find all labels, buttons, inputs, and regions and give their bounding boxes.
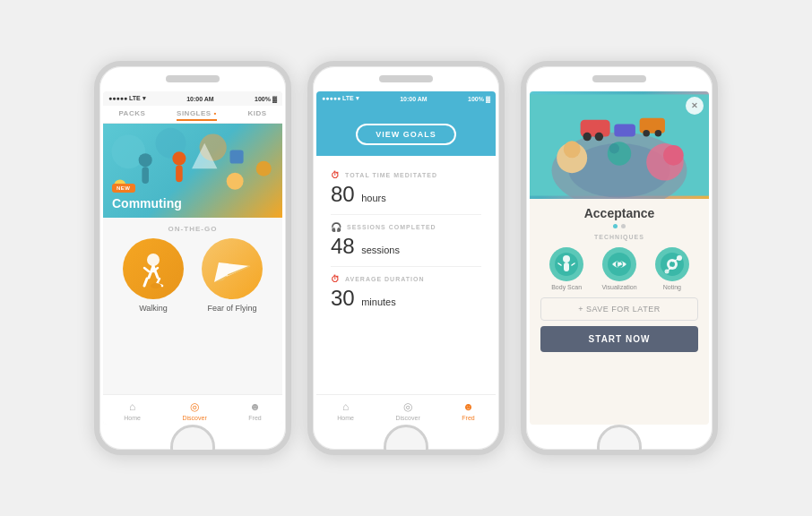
save-later-button[interactable]: + SAVE FOR LATER <box>540 297 698 321</box>
svg-rect-6 <box>176 165 183 182</box>
stat-total-time: ⏱ TOTAL TIME MEDITATED 80 hours <box>331 163 481 215</box>
phone1-nav-tabs: PACKS SINGLES • KIDS <box>103 106 282 124</box>
svg-point-26 <box>583 133 591 141</box>
svg-point-35 <box>663 145 684 166</box>
tab-kids[interactable]: KIDS <box>247 109 266 121</box>
svg-point-37 <box>609 143 619 153</box>
svg-point-13 <box>147 254 160 266</box>
time: 10:00 AM <box>186 96 213 102</box>
discover-icon: ◎ <box>190 400 199 413</box>
svg-point-30 <box>643 130 650 137</box>
stat-total-label: ⏱ TOTAL TIME MEDITATED <box>331 170 481 180</box>
view-goals-button[interactable]: VIEW GOALS <box>356 124 456 145</box>
tab-singles[interactable]: SINGLES • <box>177 109 217 121</box>
dot-1 <box>613 224 618 228</box>
section-label: ON-THE-GO <box>103 218 282 238</box>
tab-home-2[interactable]: ⌂ Home <box>337 400 354 421</box>
dots-indicator <box>540 224 698 228</box>
home-label: Home <box>337 415 354 421</box>
svg-point-27 <box>595 133 603 141</box>
cards-row: Walking Fear of Flying <box>103 238 282 313</box>
visualization-circle <box>602 247 636 281</box>
card-flying[interactable]: Fear of Flying <box>202 238 263 313</box>
signal: ●●●●● LTE ▾ <box>322 95 359 102</box>
tab-fred-1[interactable]: ☻ Fred <box>248 400 261 421</box>
discover-label: Discover <box>396 415 420 421</box>
stat-avg-value: 30 minutes <box>331 286 481 311</box>
walking-circle <box>123 238 184 299</box>
svg-point-3 <box>139 153 152 167</box>
technique-visualization[interactable]: Visualization <box>601 247 636 290</box>
svg-rect-28 <box>614 124 635 136</box>
body-scan-circle <box>549 247 583 281</box>
visualization-label: Visualization <box>601 284 636 290</box>
noting-circle <box>655 247 689 281</box>
phone-1: ●●●●● LTE ▾ 10:00 AM 100% ▓ PACKS SINGLE… <box>94 61 291 455</box>
svg-rect-29 <box>640 118 665 133</box>
time: 10:00 AM <box>400 96 427 102</box>
svg-rect-8 <box>230 150 244 163</box>
stat-total-value: 80 hours <box>331 182 481 207</box>
svg-point-9 <box>227 173 244 190</box>
svg-marker-19 <box>214 262 250 282</box>
tab-discover-2[interactable]: ◎ Discover <box>396 400 420 421</box>
hero-title: Commuting <box>112 196 182 211</box>
phone1-status-bar: ●●●●● LTE ▾ 10:00 AM 100% ▓ <box>103 91 282 106</box>
battery: 100% ▓ <box>255 96 277 102</box>
new-badge: NEW <box>112 184 135 193</box>
timer-icon-2: ⏱ <box>331 274 341 284</box>
svg-line-16 <box>144 268 149 271</box>
svg-point-49 <box>669 262 675 267</box>
phone2-bottom-tabs: ⌂ Home ◎ Discover ☻ Fred <box>316 394 496 425</box>
acceptance-title: Acceptance <box>540 206 698 220</box>
stat-avg-label: ⏱ AVERAGE DURATION <box>331 274 481 284</box>
home-icon: ⌂ <box>342 400 349 413</box>
discover-icon: ◎ <box>403 400 412 413</box>
close-button[interactable]: ✕ <box>686 97 704 115</box>
dot-2 <box>621 224 626 228</box>
fred-label: Fred <box>248 415 261 421</box>
svg-point-31 <box>655 130 662 137</box>
headphone-icon: 🎧 <box>331 222 342 232</box>
technique-noting[interactable]: Noting <box>655 247 689 290</box>
tab-discover-1[interactable]: ◎ Discover <box>183 400 207 421</box>
phone3-hero: ✕ <box>530 91 709 199</box>
stat-sessions: 🎧 SESSIONS COMPLETED 48 sessions <box>331 215 481 267</box>
noting-label: Noting <box>663 284 681 290</box>
stats-section: ⏱ TOTAL TIME MEDITATED 80 hours 🎧 SESSIO… <box>316 156 496 325</box>
phone1-hero: NEW Commuting <box>103 124 282 218</box>
stat-avg-duration: ⏱ AVERAGE DURATION 30 minutes <box>331 267 481 318</box>
tab-home-1[interactable]: ⌂ Home <box>124 400 141 421</box>
tab-fred-2[interactable]: ☻ Fred <box>462 400 474 421</box>
svg-point-5 <box>172 151 186 165</box>
techniques-label: TECHNIQUES <box>540 234 698 240</box>
battery: 100% ▓ <box>468 96 490 102</box>
svg-rect-4 <box>142 167 149 184</box>
phone-3: ✕ Acceptance TECHNIQUES <box>521 61 718 455</box>
phone-2: ●●●●● LTE ▾ 10:00 AM 100% ▓ VIEW GOALS ⏱… <box>307 61 505 455</box>
home-icon: ⌂ <box>129 400 135 413</box>
technique-body-scan[interactable]: Body Scan <box>549 247 583 290</box>
card-walking[interactable]: Walking <box>123 238 184 313</box>
discover-label: Discover <box>183 415 207 421</box>
svg-point-18 <box>151 283 161 288</box>
fred-icon: ☻ <box>249 400 261 413</box>
phone3-screen: ✕ Acceptance TECHNIQUES <box>530 91 709 425</box>
signal: ●●●●● LTE ▾ <box>108 95 146 102</box>
svg-point-39 <box>563 255 570 262</box>
svg-point-12 <box>256 161 272 176</box>
flying-circle <box>202 238 263 299</box>
phone2-screen: ●●●●● LTE ▾ 10:00 AM 100% ▓ VIEW GOALS ⏱… <box>316 91 496 425</box>
phone3-content: Acceptance TECHNIQUES <box>530 199 709 425</box>
stat-sessions-label: 🎧 SESSIONS COMPLETED <box>331 222 481 232</box>
fred-icon: ☻ <box>462 400 474 413</box>
svg-rect-40 <box>564 262 569 271</box>
walking-label: Walking <box>139 304 168 313</box>
tab-packs[interactable]: PACKS <box>118 109 145 121</box>
start-now-button[interactable]: START NOW <box>540 326 698 352</box>
svg-point-33 <box>564 141 581 158</box>
phones-container: ●●●●● LTE ▾ 10:00 AM 100% ▓ PACKS SINGLE… <box>76 43 736 473</box>
phone2-header: VIEW GOALS <box>316 106 496 156</box>
phone2-status-bar: ●●●●● LTE ▾ 10:00 AM 100% ▓ <box>316 91 496 106</box>
phone1-screen: ●●●●● LTE ▾ 10:00 AM 100% ▓ PACKS SINGLE… <box>103 91 282 425</box>
